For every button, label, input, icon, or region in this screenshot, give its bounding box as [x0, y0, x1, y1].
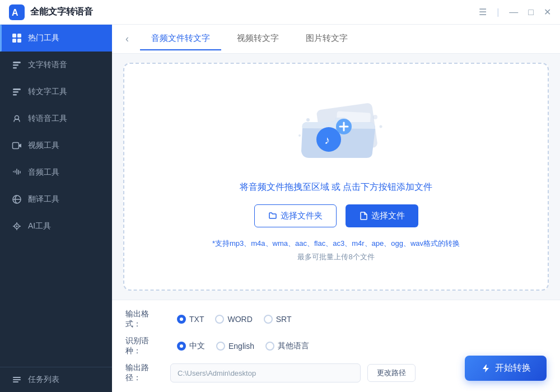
path-label: 输出路径： — [125, 363, 164, 383]
svg-rect-13 — [13, 143, 19, 149]
svg-text:♪: ♪ — [324, 134, 330, 146]
sidebar-label-hot-tools: 热门工具 — [28, 33, 59, 43]
language-row: 识别语种： 中文 English 其他语言 — [125, 336, 547, 356]
sidebar-item-convert-voice[interactable]: 转语音工具 — [0, 105, 112, 132]
svg-rect-10 — [13, 91, 18, 93]
tab-video-to-text[interactable]: 视频转文字 — [226, 27, 290, 50]
video-tools-icon — [11, 140, 22, 151]
output-format-radio-group: TXT WORD SRT — [177, 315, 292, 324]
supported-formats: *支持mp3、m4a、wma、aac、flac、ac3、m4r、ape、ogg、… — [212, 239, 460, 249]
lang-other-option[interactable]: 其他语言 — [265, 341, 309, 351]
format-word-radio[interactable] — [215, 315, 224, 324]
sidebar: 热门工具 文字转语音 转文字工具 转语音工具 视频工具 — [0, 25, 112, 392]
sidebar-label-convert-voice: 转语音工具 — [28, 114, 67, 124]
translate-tools-icon — [11, 194, 22, 205]
folder-illustration: ♪ — [286, 92, 386, 170]
title-bar-left: A 全能文字转语音 — [9, 4, 93, 20]
lang-other-radio[interactable] — [265, 342, 274, 351]
sidebar-label-translate-tools: 翻译工具 — [28, 194, 59, 204]
main-layout: 热门工具 文字转语音 转文字工具 转语音工具 视频工具 — [0, 25, 560, 392]
convert-voice-icon — [11, 113, 22, 124]
svg-rect-8 — [13, 67, 17, 69]
sidebar-item-audio-tools[interactable]: 音频工具 — [0, 159, 112, 186]
max-files-text: 最多可批量上传8个文件 — [297, 252, 374, 262]
lang-english-radio[interactable] — [216, 342, 225, 351]
sidebar-label-ai-tools: AI工具 — [28, 221, 51, 231]
select-folder-button[interactable]: 选择文件夹 — [254, 204, 337, 227]
sidebar-label-convert-text: 转文字工具 — [28, 87, 67, 97]
svg-rect-6 — [13, 62, 21, 63]
file-icon — [359, 211, 368, 220]
format-srt-radio[interactable] — [264, 315, 273, 324]
tab-bar: ‹ 音频文件转文字 视频转文字 图片转文字 — [112, 25, 560, 54]
svg-text:A: A — [12, 8, 18, 17]
sidebar-label-audio-tools: 音频工具 — [28, 167, 59, 178]
format-word-option[interactable]: WORD — [215, 315, 252, 324]
content-area: ‹ 音频文件转文字 视频转文字 图片转文字 ♪ — [112, 25, 560, 392]
nav-back-button[interactable]: ‹ — [123, 31, 131, 47]
output-format-label: 输出格式： — [125, 309, 164, 329]
close-button[interactable]: ✕ — [544, 8, 551, 17]
sidebar-label-video-tools: 视频工具 — [28, 141, 59, 151]
drop-zone-text: 将音频文件拖拽至区域 或 点击下方按钮添加文件 — [240, 181, 433, 193]
select-file-button[interactable]: 选择文件 — [346, 204, 418, 227]
svg-rect-11 — [13, 94, 17, 96]
lang-english-option[interactable]: English — [216, 342, 254, 351]
ai-tools-icon — [11, 221, 22, 232]
tab-image-to-text[interactable]: 图片转文字 — [295, 27, 359, 50]
tab-audio-to-text[interactable]: 音频文件转文字 — [140, 27, 221, 50]
task-list-icon — [11, 374, 22, 385]
svg-point-16 — [16, 226, 18, 227]
language-radio-group: 中文 English 其他语言 — [177, 341, 309, 351]
app-logo: A — [9, 4, 25, 20]
menu-button[interactable]: ☰ — [479, 8, 487, 17]
svg-rect-4 — [12, 39, 16, 43]
sidebar-item-translate-tools[interactable]: 翻译工具 — [0, 186, 112, 213]
title-bar: A 全能文字转语音 ☰ | — □ ✕ — [0, 0, 560, 25]
path-input[interactable] — [170, 363, 361, 382]
task-list-label: 任务列表 — [28, 375, 59, 385]
svg-point-32 — [306, 118, 310, 122]
lang-chinese-option[interactable]: 中文 — [177, 341, 205, 351]
start-btn-wrap: 开始转换 — [465, 356, 547, 381]
minimize-button[interactable]: — — [509, 8, 518, 17]
svg-rect-9 — [13, 88, 21, 90]
svg-point-33 — [373, 115, 377, 119]
svg-rect-23 — [13, 381, 18, 382]
svg-rect-2 — [12, 34, 16, 38]
text-to-speech-icon — [11, 59, 22, 71]
svg-point-35 — [298, 134, 301, 137]
format-txt-option[interactable]: TXT — [177, 315, 204, 324]
format-txt-radio[interactable] — [177, 315, 186, 324]
start-convert-button[interactable]: 开始转换 — [465, 356, 547, 381]
output-format-row: 输出格式： TXT WORD SRT — [125, 309, 547, 329]
sidebar-task-list[interactable]: 任务列表 — [0, 367, 112, 392]
title-bar-controls: ☰ | — □ ✕ — [479, 7, 551, 17]
sidebar-label-text-to-speech: 文字转语音 — [28, 60, 67, 70]
change-path-button[interactable]: 更改路径 — [367, 364, 416, 382]
sidebar-item-ai-tools[interactable]: AI工具 — [0, 213, 112, 240]
maximize-button[interactable]: □ — [528, 8, 534, 17]
sidebar-item-hot-tools[interactable]: 热门工具 — [0, 25, 112, 52]
flash-icon — [480, 363, 491, 374]
btn-group: 选择文件夹 选择文件 — [254, 204, 418, 227]
svg-point-34 — [380, 125, 382, 128]
app-title: 全能文字转语音 — [30, 6, 93, 18]
svg-rect-5 — [17, 39, 21, 43]
lang-chinese-radio[interactable] — [177, 342, 186, 351]
svg-rect-21 — [13, 377, 21, 378]
language-label: 识别语种： — [125, 336, 164, 356]
svg-rect-22 — [13, 379, 21, 380]
hot-tools-icon — [11, 32, 22, 44]
sidebar-item-video-tools[interactable]: 视频工具 — [0, 132, 112, 159]
format-srt-option[interactable]: SRT — [264, 315, 292, 324]
audio-tools-icon — [11, 167, 22, 178]
folder-icon — [268, 211, 277, 220]
sidebar-item-convert-text[interactable]: 转文字工具 — [0, 78, 112, 105]
drop-zone[interactable]: ♪ 将音频文件拖拽至区域 或 点击下方按钮添加文件 选择文件夹 — [123, 63, 549, 291]
svg-rect-7 — [13, 64, 18, 66]
svg-rect-3 — [17, 34, 21, 38]
convert-text-icon — [11, 86, 22, 97]
sidebar-item-text-to-speech[interactable]: 文字转语音 — [0, 52, 112, 78]
